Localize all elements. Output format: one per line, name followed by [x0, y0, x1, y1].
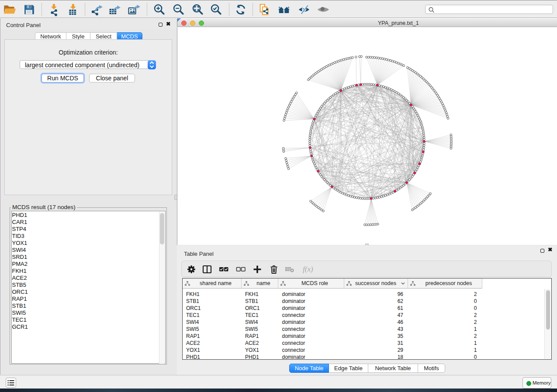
svg-text:f(x): f(x) [303, 265, 313, 273]
